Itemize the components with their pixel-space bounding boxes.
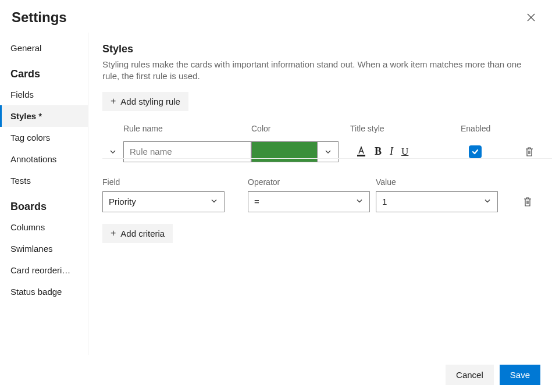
main-panel: Styles Styling rules make the cards with… bbox=[88, 33, 552, 355]
rule-name-input[interactable] bbox=[123, 141, 251, 162]
col-title-style: Title style bbox=[350, 124, 461, 133]
chevron-down-icon bbox=[324, 148, 332, 156]
chevron-down-icon bbox=[483, 197, 492, 205]
sidebar-item-styles[interactable]: Styles * bbox=[0, 105, 88, 127]
svg-rect-0 bbox=[357, 155, 365, 156]
col-rule-name: Rule name bbox=[123, 124, 251, 133]
criteria-row: Priority = 1 bbox=[102, 191, 538, 212]
dialog-title: Settings bbox=[12, 9, 67, 26]
settings-dialog: Settings General Cards Fields Styles * T… bbox=[0, 0, 552, 392]
delete-rule-button[interactable] bbox=[519, 147, 540, 157]
chevron-down-icon bbox=[355, 197, 364, 205]
enabled-checkbox[interactable] bbox=[469, 145, 482, 158]
plus-icon: + bbox=[111, 97, 116, 106]
italic-button[interactable]: I bbox=[390, 145, 393, 158]
panel-title: Styles bbox=[102, 43, 538, 55]
close-button[interactable] bbox=[522, 8, 540, 27]
cancel-button[interactable]: Cancel bbox=[446, 365, 494, 385]
chevron-down-icon bbox=[210, 197, 218, 205]
dialog-body: General Cards Fields Styles * Tag colors… bbox=[0, 33, 552, 355]
check-icon bbox=[471, 148, 479, 156]
trash-icon bbox=[523, 197, 532, 207]
col-value: Value bbox=[376, 177, 504, 187]
add-styling-rule-button[interactable]: + Add styling rule bbox=[102, 92, 188, 111]
delete-criteria-button[interactable] bbox=[517, 197, 538, 207]
add-criteria-button[interactable]: + Add criteria bbox=[102, 224, 173, 243]
sidebar-item-general[interactable]: General bbox=[0, 37, 88, 59]
expand-rule-toggle[interactable] bbox=[102, 148, 123, 156]
criteria-operator-select[interactable]: = bbox=[248, 191, 370, 212]
criteria-field-value: Priority bbox=[109, 197, 136, 206]
sidebar-item-tests[interactable]: Tests bbox=[0, 170, 88, 191]
criteria-value-value: 1 bbox=[382, 197, 387, 206]
bold-button[interactable]: B bbox=[375, 145, 382, 158]
close-icon bbox=[526, 13, 536, 22]
plus-icon: + bbox=[111, 229, 116, 238]
sidebar-item-tag-colors[interactable]: Tag colors bbox=[0, 127, 88, 148]
sidebar-item-columns[interactable]: Columns bbox=[0, 216, 88, 238]
criteria-value-select[interactable]: 1 bbox=[376, 191, 498, 212]
col-operator: Operator bbox=[248, 177, 376, 187]
sidebar-item-fields[interactable]: Fields bbox=[0, 84, 88, 105]
sidebar-item-annotations[interactable]: Annotations bbox=[0, 148, 88, 170]
divider bbox=[102, 158, 552, 159]
dialog-footer: Cancel Save bbox=[0, 357, 552, 392]
col-field: Field bbox=[102, 177, 248, 187]
trash-icon bbox=[525, 147, 534, 157]
criteria-field-select[interactable]: Priority bbox=[102, 191, 225, 212]
underline-button[interactable]: U bbox=[401, 146, 408, 158]
sidebar: General Cards Fields Styles * Tag colors… bbox=[0, 33, 88, 355]
save-button[interactable]: Save bbox=[500, 365, 540, 385]
titlebar: Settings bbox=[0, 0, 552, 33]
title-style-toolbar: B I U bbox=[350, 145, 461, 158]
col-color: Color bbox=[251, 124, 350, 133]
col-enabled: Enabled bbox=[461, 124, 519, 133]
add-criteria-label: Add criteria bbox=[120, 229, 165, 238]
rule-columns-header: Rule name Color Title style Enabled bbox=[102, 124, 538, 133]
add-styling-rule-label: Add styling rule bbox=[120, 97, 180, 106]
styling-rule-row: B I U bbox=[102, 141, 538, 162]
font-color-button[interactable] bbox=[356, 146, 366, 158]
criteria-columns-header: Field Operator Value bbox=[102, 177, 538, 187]
sidebar-group-boards: Boards bbox=[0, 191, 88, 216]
font-color-icon bbox=[356, 146, 366, 158]
sidebar-group-cards: Cards bbox=[0, 59, 88, 84]
sidebar-item-swimlanes[interactable]: Swimlanes bbox=[0, 238, 88, 259]
sidebar-item-card-reordering[interactable]: Card reorderi… bbox=[0, 259, 88, 281]
criteria-operator-value: = bbox=[254, 197, 259, 206]
sidebar-item-status-badge[interactable]: Status badge bbox=[0, 281, 88, 302]
panel-description: Styling rules make the cards with import… bbox=[102, 59, 527, 83]
chevron-down-icon bbox=[109, 148, 117, 156]
rule-color-picker[interactable] bbox=[251, 141, 339, 162]
